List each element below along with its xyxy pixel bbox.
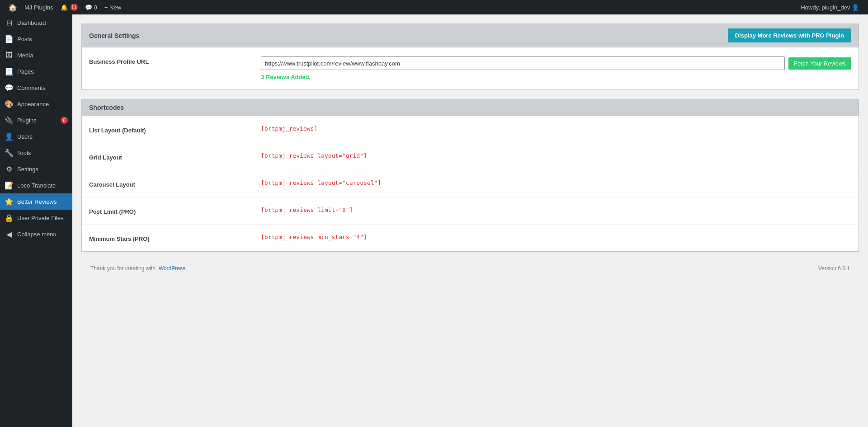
sidebar-item-better-reviews[interactable]: ⭐ Better Reviews: [0, 193, 72, 210]
sidebar-item-dashboard[interactable]: ⊟ Dashboard: [0, 14, 72, 31]
general-settings-section: General Settings Display More Reviews wi…: [81, 23, 859, 90]
admin-sidebar: ⊟ Dashboard 📄 Posts 🖼 Media 📃 P: [0, 14, 72, 427]
comment-icon: 💬: [85, 4, 92, 11]
comments-link[interactable]: 💬 0: [81, 0, 101, 14]
updates-count: 11: [71, 4, 78, 11]
avatar-icon: 👤: [852, 4, 859, 11]
plugins-label: Plugins: [17, 117, 37, 124]
users-icon: 👤: [5, 132, 14, 141]
plugins-icon: 🔌: [5, 116, 14, 125]
list-layout-value-wrap: [brtpmj_reviews]: [261, 125, 851, 132]
dashboard-icon: ⊟: [5, 19, 14, 27]
collapse-menu-item[interactable]: ◀ Collapse menu: [0, 226, 72, 242]
private-files-label: User Private Files: [17, 215, 64, 221]
posts-icon: 📄: [5, 35, 14, 43]
media-label: Media: [17, 52, 33, 59]
post-limit-value-wrap: [brtpmj_reviews limit="8"]: [261, 206, 851, 213]
thank-you-text: Thank you for creating with: [90, 265, 156, 272]
general-settings-title: General Settings: [89, 32, 139, 39]
url-input-row: Fetch Your Reviews: [261, 56, 851, 70]
grid-layout-label: Grid Layout: [89, 152, 261, 161]
sidebar-item-loco-translate[interactable]: 📝 Loco Translate: [0, 177, 72, 193]
updates-icon: 🔔: [61, 4, 68, 11]
loco-icon: 📝: [5, 181, 14, 190]
wp-footer: Thank you for creating with WordPress. V…: [81, 261, 859, 276]
reviews-added-message: 3 Reviews Added.: [261, 74, 851, 80]
shortcodes-title: Shortcodes: [89, 104, 124, 111]
site-name-link[interactable]: MJ Plugins: [21, 0, 57, 14]
business-profile-url-input[interactable]: [261, 56, 785, 70]
shortcode-row-carousel: Carousel Layout [brtpmj_reviews layout="…: [82, 170, 859, 197]
post-limit-label: Post Limit (PRO): [89, 206, 261, 215]
wp-logo-link[interactable]: 🏠: [5, 0, 21, 14]
carousel-layout-value-wrap: [brtpmj_reviews layout="carousel"]: [261, 179, 851, 186]
admin-bar: 🏠 MJ Plugins 🔔 11 💬 0 + New Howdy, plugi…: [0, 0, 868, 14]
pages-icon: 📃: [5, 67, 14, 76]
posts-label: Posts: [17, 36, 32, 42]
appearance-icon: 🎨: [5, 100, 14, 108]
business-profile-url-controls: Fetch Your Reviews 3 Reviews Added.: [261, 56, 851, 80]
general-settings-header: General Settings Display More Reviews wi…: [82, 24, 859, 47]
loco-label: Loco Translate: [17, 182, 56, 189]
sidebar-item-plugins[interactable]: 🔌 Plugins 6: [0, 112, 72, 128]
shortcodes-header: Shortcodes: [82, 99, 859, 116]
better-reviews-icon: ⭐: [5, 197, 14, 206]
grid-layout-shortcode: [brtpmj_reviews layout="grid"]: [261, 152, 367, 159]
shortcodes-form: List Layout (Default) [brtpmj_reviews] G…: [82, 116, 859, 251]
better-reviews-label: Better Reviews: [17, 198, 57, 205]
settings-label: Settings: [17, 166, 38, 173]
sidebar-item-users[interactable]: 👤 Users: [0, 128, 72, 145]
post-limit-shortcode: [brtpmj_reviews limit="8"]: [261, 206, 353, 213]
tools-icon: 🔧: [5, 149, 14, 157]
footer-right: Version 6.6.1: [818, 265, 850, 272]
shortcode-row-grid: Grid Layout [brtpmj_reviews layout="grid…: [82, 143, 859, 170]
footer-left: Thank you for creating with WordPress.: [90, 265, 187, 272]
business-profile-url-row: Business Profile URL Fetch Your Reviews …: [82, 47, 859, 89]
shortcode-row-list: List Layout (Default) [brtpmj_reviews]: [82, 116, 859, 143]
wp-logo-icon: 🏠: [8, 3, 17, 12]
grid-layout-value-wrap: [brtpmj_reviews layout="grid"]: [261, 152, 851, 159]
sidebar-item-tools[interactable]: 🔧 Tools: [0, 145, 72, 161]
list-layout-label: List Layout (Default): [89, 125, 261, 134]
howdy-text: Howdy, plugin_dev: [801, 4, 850, 11]
users-label: Users: [17, 133, 33, 140]
shortcode-row-min-stars: Minimum Stars (PRO) [brtpmj_reviews min_…: [82, 225, 859, 251]
sidebar-item-appearance[interactable]: 🎨 Appearance: [0, 96, 72, 112]
updates-link[interactable]: 🔔 11: [57, 0, 81, 14]
dashboard-label: Dashboard: [17, 19, 46, 26]
admin-menu: ⊟ Dashboard 📄 Posts 🖼 Media 📃 P: [0, 14, 72, 242]
min-stars-shortcode: [brtpmj_reviews min_stars="4"]: [261, 234, 367, 240]
wp-wrap: ⊟ Dashboard 📄 Posts 🖼 Media 📃 P: [0, 14, 868, 427]
private-files-icon: 🔒: [5, 214, 14, 222]
site-name: MJ Plugins: [24, 4, 53, 11]
new-content-link[interactable]: + New: [101, 0, 125, 14]
settings-icon: ⚙: [5, 165, 14, 174]
version-label: Version 6.6.1: [818, 265, 850, 272]
tools-label: Tools: [17, 150, 31, 156]
pages-label: Pages: [17, 68, 34, 75]
shortcodes-section: Shortcodes List Layout (Default) [brtpmj…: [81, 99, 859, 252]
general-settings-form: Business Profile URL Fetch Your Reviews …: [82, 47, 859, 89]
new-label: + New: [104, 4, 121, 11]
sidebar-item-posts[interactable]: 📄 Posts: [0, 31, 72, 47]
collapse-icon: ◀: [5, 230, 14, 239]
min-stars-value-wrap: [brtpmj_reviews min_stars="4"]: [261, 234, 851, 240]
comments-label: Comments: [17, 84, 46, 91]
sidebar-item-media[interactable]: 🖼 Media: [0, 47, 72, 63]
fetch-reviews-button[interactable]: Fetch Your Reviews: [788, 57, 851, 70]
shortcode-row-post-limit: Post Limit (PRO) [brtpmj_reviews limit="…: [82, 197, 859, 225]
comment-count: 0: [94, 4, 97, 11]
carousel-layout-shortcode: [brtpmj_reviews layout="carousel"]: [261, 179, 381, 186]
appearance-label: Appearance: [17, 101, 49, 108]
list-layout-shortcode: [brtpmj_reviews]: [261, 125, 317, 132]
wordpress-link[interactable]: WordPress: [159, 265, 185, 272]
pro-plugin-button[interactable]: Display More Reviews with PRO Plugin: [728, 28, 851, 42]
sidebar-item-comments[interactable]: 💬 Comments: [0, 80, 72, 96]
comments-sidebar-icon: 💬: [5, 84, 14, 92]
sidebar-item-user-private-files[interactable]: 🔒 User Private Files: [0, 210, 72, 226]
main-content: General Settings Display More Reviews wi…: [72, 14, 868, 427]
sidebar-item-pages[interactable]: 📃 Pages: [0, 63, 72, 80]
collapse-label: Collapse menu: [17, 231, 57, 238]
sidebar-item-settings[interactable]: ⚙ Settings: [0, 161, 72, 177]
carousel-layout-label: Carousel Layout: [89, 179, 261, 188]
